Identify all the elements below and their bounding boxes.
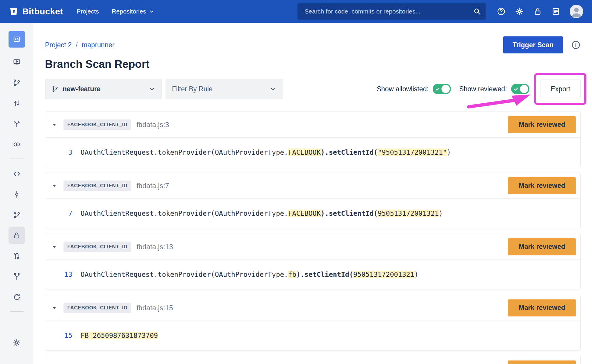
sidebar-item-clone[interactable] (9, 54, 25, 70)
sidebar-item-pull-request-2[interactable] (9, 248, 25, 264)
line-number: 7 (51, 210, 72, 217)
sidebar-divider (10, 311, 24, 312)
finding-header: FACEBOOK_CLIENT_ID fbdata.js:13 Mark rev… (45, 234, 580, 260)
breadcrumb-project-link[interactable]: Project 2 (45, 41, 72, 49)
sidebar-item-branch[interactable] (9, 207, 25, 223)
app-shell: Project 2 / maprunner Trigger Scan Branc… (0, 23, 592, 364)
rule-badge: FACEBOOK_CLIENT_ID (63, 119, 131, 130)
branch-icon (51, 85, 58, 92)
nav-repositories-label: Repositories (112, 8, 146, 15)
pull-request-icon (13, 99, 21, 107)
mark-reviewed-button[interactable]: Mark reviewed (508, 238, 576, 255)
rule-badge: FACEBOOK_CLIENT_ID (63, 303, 131, 313)
finding-code-row: 7 OAuthClientRequest.tokenProvider(OAuth… (45, 199, 580, 228)
sidebar-item-repo-avatar[interactable] (9, 31, 25, 48)
lock-icon[interactable] (533, 7, 542, 16)
clone-icon (13, 58, 21, 66)
avatar[interactable] (570, 5, 583, 18)
check-icon (514, 87, 519, 92)
finding-card: FACEBOOK_CLIENT_ID fbdata.js:13 Mark rev… (45, 234, 581, 289)
sidebar-item-pipelines[interactable] (9, 136, 25, 153)
finding-header: Mark reviewed (45, 356, 580, 364)
finding-header: FACEBOOK_CLIENT_ID fbdata.js:15 Mark rev… (45, 295, 580, 321)
mark-reviewed-button[interactable]: Mark reviewed (508, 116, 576, 133)
bitbucket-logo-icon (9, 6, 19, 16)
fork-2-icon (13, 272, 21, 281)
sidebar-item-builds[interactable] (9, 289, 25, 305)
code-line: OAuthClientRequest.tokenProvider(OAuthPr… (81, 271, 418, 278)
rule-badge: FACEBOOK_CLIENT_ID (63, 242, 131, 252)
finding-code-row: 3 OAuthClientRequest.tokenProvider(OAuth… (45, 138, 580, 167)
code-line: OAuthClientRequest.tokenProvider(OAuthPr… (81, 210, 443, 217)
sidebar-item-fork-2[interactable] (9, 268, 25, 285)
check-icon (435, 87, 440, 92)
primary-nav: Projects Repositories (77, 8, 155, 15)
chevron-down-icon (270, 85, 277, 92)
finding-card-partial: Mark reviewed (45, 356, 581, 364)
finding-card: FACEBOOK_CLIENT_ID fbdata.js:3 Mark revi… (45, 112, 581, 167)
sidebar-item-pull-request[interactable] (9, 95, 25, 112)
finding-location: fbdata.js:13 (136, 243, 173, 251)
chevron-down-icon (148, 85, 155, 92)
nav-projects[interactable]: Projects (77, 8, 99, 15)
show-allowlisted-label: Show allowlisted: (377, 85, 429, 93)
pull-request-2-icon (13, 252, 21, 260)
nav-projects-label: Projects (77, 8, 99, 15)
sidebar-item-fork[interactable] (9, 116, 25, 132)
branch-selector-value: new-feature (63, 85, 148, 93)
toggle-knob (520, 85, 528, 93)
show-allowlisted-group: Show allowlisted: (377, 84, 451, 94)
expand-caret-icon[interactable] (51, 183, 62, 189)
mark-reviewed-button[interactable]: Mark reviewed (508, 299, 576, 316)
sidebar-divider (10, 159, 24, 159)
expand-caret-icon[interactable] (51, 244, 62, 250)
expand-caret-icon[interactable] (51, 122, 62, 128)
breadcrumb: Project 2 / maprunner (45, 41, 114, 49)
breadcrumb-row: Project 2 / maprunner Trigger Scan (45, 36, 581, 53)
line-number: 3 (51, 149, 72, 156)
finding-location: fbdata.js:15 (136, 304, 173, 312)
settings-icon (13, 339, 21, 347)
branch-selector[interactable]: new-feature (45, 79, 162, 99)
finding-code-row: 13 OAuthClientRequest.tokenProvider(OAut… (45, 260, 580, 289)
global-search[interactable] (297, 3, 486, 20)
navbar-icon-group (497, 5, 583, 18)
export-wrap: Export (541, 80, 581, 98)
bitbucket-logo[interactable]: Bitbucket (9, 6, 63, 16)
breadcrumb-repo-link[interactable]: maprunner (82, 41, 114, 49)
mark-reviewed-button[interactable]: Mark reviewed (508, 177, 576, 194)
sidebar-item-security[interactable] (9, 227, 25, 244)
fork-icon (13, 120, 21, 128)
show-allowlisted-toggle[interactable] (433, 84, 451, 94)
feedback-icon[interactable] (551, 7, 560, 16)
gear-icon[interactable] (515, 7, 524, 16)
show-reviewed-label: Show reviewed: (459, 85, 507, 93)
finding-location: fbdata.js:7 (136, 182, 169, 190)
brand-name: Bitbucket (22, 6, 63, 16)
code-line: OAuthClientRequest.tokenProvider(OAuthPr… (81, 149, 451, 156)
sidebar-item-commit[interactable] (9, 186, 25, 203)
search-input[interactable] (304, 8, 473, 15)
pipelines-icon (13, 140, 21, 149)
expand-caret-icon[interactable] (51, 305, 62, 311)
finding-code-row: 15 FB 2650987631873709 (45, 321, 580, 350)
toggle-knob (442, 85, 450, 93)
export-button[interactable]: Export (541, 80, 581, 98)
left-sidebar (0, 23, 33, 364)
rule-badge: FACEBOOK_CLIENT_ID (63, 181, 131, 191)
mark-reviewed-button[interactable]: Mark reviewed (508, 360, 576, 364)
nav-repositories[interactable]: Repositories (112, 8, 155, 15)
info-icon[interactable] (571, 40, 581, 50)
sidebar-item-source[interactable] (9, 166, 25, 182)
help-icon[interactable] (497, 7, 506, 16)
sidebar-item-settings[interactable] (9, 335, 25, 351)
rule-filter-selector[interactable]: Filter By Rule (165, 79, 283, 99)
rule-filter-value: Filter By Rule (172, 85, 270, 93)
line-number: 15 (51, 332, 72, 339)
trigger-scan-button[interactable]: Trigger Scan (503, 36, 563, 53)
show-reviewed-toggle[interactable] (511, 84, 529, 94)
main-content: Project 2 / maprunner Trigger Scan Branc… (33, 23, 592, 364)
toggle-group: Show allowlisted: Show reviewed: (377, 84, 529, 94)
search-icon[interactable] (473, 8, 481, 15)
sidebar-item-graph[interactable] (9, 75, 25, 91)
